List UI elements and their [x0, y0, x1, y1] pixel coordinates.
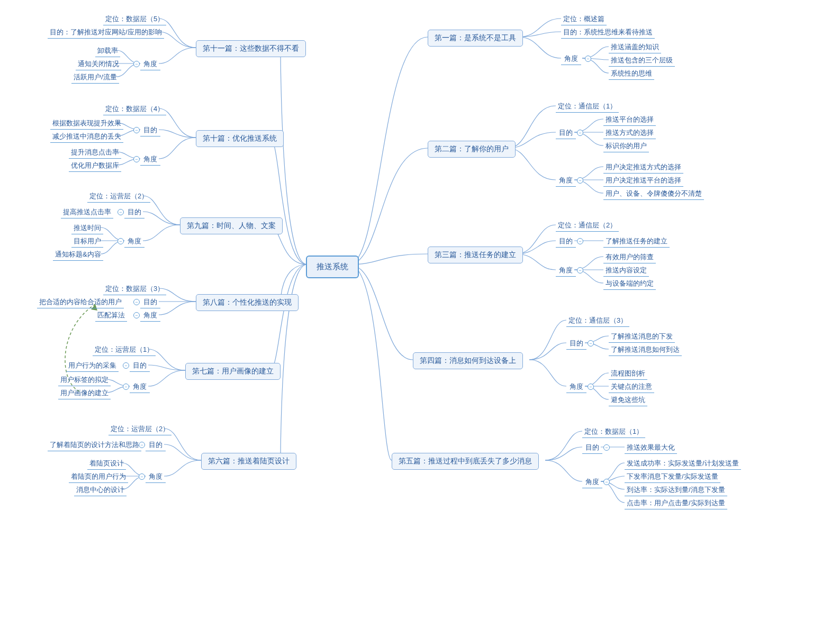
root-node[interactable]: 推送系统	[306, 256, 359, 278]
chapter-1[interactable]: 第一篇：是系统不是工具	[428, 30, 523, 47]
ch7-purpose-label: 目的	[130, 360, 150, 372]
ch2-angle-label: 角度	[556, 175, 576, 187]
expander-icon[interactable]: −	[588, 340, 594, 347]
ch6-angle-1: 着陆页的用户行为	[69, 471, 128, 483]
ch8-angle: 匹配算法	[95, 309, 127, 322]
ch1-angle-2: 系统性的思维	[609, 68, 654, 80]
chapter-3[interactable]: 第三篇：推送任务的建立	[428, 247, 523, 263]
ch5-angle-label: 角度	[582, 476, 602, 488]
ch9-angle-2: 通知标题&内容	[53, 249, 103, 261]
ch2-pos: 定位：通信层（1）	[556, 101, 619, 113]
expander-icon[interactable]: −	[133, 299, 140, 305]
ch11-angle-2: 活跃用户/流量	[71, 71, 119, 84]
expander-icon[interactable]: −	[133, 61, 140, 67]
ch3-purpose-label: 目的	[556, 235, 576, 248]
expander-icon[interactable]: −	[603, 479, 610, 485]
ch11-pos: 定位：数据层（5）	[103, 13, 166, 25]
ch2-angle-2: 用户、设备、令牌傻傻分不清楚	[603, 188, 704, 200]
ch8-angle-label: 角度	[140, 309, 160, 322]
ch10-angle-1: 优化用户数据库	[69, 160, 121, 172]
expander-icon[interactable]: −	[603, 444, 610, 451]
ch5-purpose-label: 目的	[582, 442, 602, 454]
ch3-angle-label: 角度	[556, 265, 576, 277]
ch4-angle-2: 避免这些坑	[609, 394, 647, 406]
ch3-angle-1: 推送内容设定	[603, 265, 649, 277]
ch6-pos: 定位：运营层（2）	[109, 423, 171, 435]
ch11-angle-0: 卸载率	[95, 45, 120, 57]
expander-icon[interactable]: −	[133, 312, 140, 318]
expander-icon[interactable]: −	[133, 156, 140, 162]
ch1-angle-1: 推送包含的三个层级	[609, 54, 675, 67]
ch10-pos: 定位：数据层（4）	[103, 103, 166, 115]
ch7-angle-1: 用户画像的建立	[58, 387, 111, 399]
ch8-purpose-label: 目的	[140, 296, 160, 308]
ch6-angle-label: 角度	[146, 471, 166, 483]
ch4-pos: 定位：通信层（3）	[566, 315, 629, 327]
ch6-purpose: 了解着陆页的设计方法和思路	[48, 439, 141, 451]
ch7-pos: 定位：运营层（1）	[93, 344, 156, 356]
ch5-purpose: 推送效果最大化	[625, 442, 677, 454]
ch10-purpose-0: 根据数据表现提升效果	[50, 117, 123, 130]
ch4-angle-label: 角度	[566, 381, 586, 393]
expander-icon[interactable]: −	[118, 238, 124, 244]
chapter-11[interactable]: 第十一篇：这些数据不得不看	[196, 40, 306, 57]
ch8-pos: 定位：数据层（3）	[103, 283, 166, 295]
chapter-6[interactable]: 第六篇：推送着陆页设计	[201, 453, 296, 470]
chapter-9[interactable]: 第九篇：时间、人物、文案	[180, 217, 283, 234]
expander-icon[interactable]: −	[588, 384, 594, 390]
chapter-7[interactable]: 第七篇：用户画像的建立	[185, 363, 281, 380]
ch6-angle-2: 消息中心的设计	[74, 484, 127, 496]
expander-icon[interactable]: −	[577, 267, 583, 274]
ch9-pos: 定位：运营层（2）	[87, 190, 150, 203]
ch5-angle-1: 下发率消息下发量/实际发送量	[625, 471, 720, 483]
ch6-purpose-label: 目的	[146, 439, 166, 451]
ch4-purpose-label: 目的	[566, 338, 586, 350]
ch9-angle-label: 角度	[124, 235, 144, 248]
expander-icon[interactable]: −	[139, 473, 145, 480]
ch11-angle-1: 通知关闭情况	[76, 58, 121, 70]
chapter-8[interactable]: 第八篇：个性化推送的实现	[196, 294, 299, 311]
ch1-angle-0: 推送涵盖的知识	[609, 41, 661, 53]
expander-icon[interactable]: −	[577, 238, 583, 244]
ch2-purpose-0: 推送平台的选择	[603, 114, 656, 126]
ch9-purpose-label: 目的	[124, 206, 144, 218]
chapter-10[interactable]: 第十篇：优化推送系统	[196, 130, 284, 147]
expander-icon[interactable]: −	[577, 130, 583, 136]
chapter-2[interactable]: 第二篇：了解你的用户	[428, 141, 516, 158]
ch2-angle-0: 用户决定推送方式的选择	[603, 161, 683, 174]
expander-icon[interactable]: −	[118, 209, 124, 215]
chapter-5[interactable]: 第五篇：推送过程中到底丢失了多少消息	[392, 453, 539, 470]
ch5-pos: 定位：数据层（1）	[582, 426, 645, 438]
chapter-4[interactable]: 第四篇：消息如何到达设备上	[413, 352, 523, 369]
ch3-angle-0: 有效用户的筛查	[603, 251, 656, 263]
ch4-purpose-1: 了解推送消息如何到达	[609, 344, 682, 356]
ch1-angle-label: 角度	[561, 53, 581, 65]
ch11-angle-label: 角度	[140, 58, 160, 70]
ch2-purpose-1: 推送方式的选择	[603, 127, 656, 139]
expander-icon[interactable]: −	[133, 127, 140, 133]
ch2-purpose-label: 目的	[556, 127, 576, 139]
ch5-angle-3: 点击率：用户点击量/实际到达量	[625, 497, 727, 509]
ch5-angle-0: 发送成功率：实际发送量/计划发送量	[625, 458, 741, 470]
expander-icon[interactable]: −	[577, 177, 583, 184]
ch4-angle-0: 流程图剖析	[609, 368, 647, 380]
ch10-purpose-1: 减少推送中消息的丢失	[50, 131, 123, 143]
ch8-purpose: 把合适的内容给合适的用户	[37, 296, 124, 308]
expander-icon[interactable]: −	[585, 56, 591, 62]
ch1-pos: 定位：概述篇	[561, 13, 607, 25]
expander-icon[interactable]: −	[123, 384, 129, 390]
ch10-angle-label: 角度	[140, 153, 160, 166]
ch2-angle-1: 用户决定推送平台的选择	[603, 175, 683, 187]
ch4-angle-1: 关键点的注意	[609, 381, 654, 393]
ch9-purpose: 提高推送点击率	[61, 206, 113, 218]
ch9-angle-0: 推送时间	[71, 222, 103, 234]
ch4-purpose-0: 了解推送消息的下发	[609, 331, 675, 343]
ch7-purpose: 用户行为的采集	[66, 360, 119, 372]
ch7-angle-0: 用户标签的拟定	[58, 374, 111, 386]
expander-icon[interactable]: −	[123, 362, 129, 369]
ch9-angle-1: 目标用户	[71, 235, 103, 248]
ch11-purpose: 目的：了解推送对应网站/应用的影响	[48, 26, 164, 39]
ch1-purpose: 目的：系统性思维来看待推送	[561, 26, 655, 39]
ch6-angle-0: 着陆页设计	[87, 458, 126, 470]
ch10-angle-0: 提升消息点击率	[69, 147, 121, 159]
